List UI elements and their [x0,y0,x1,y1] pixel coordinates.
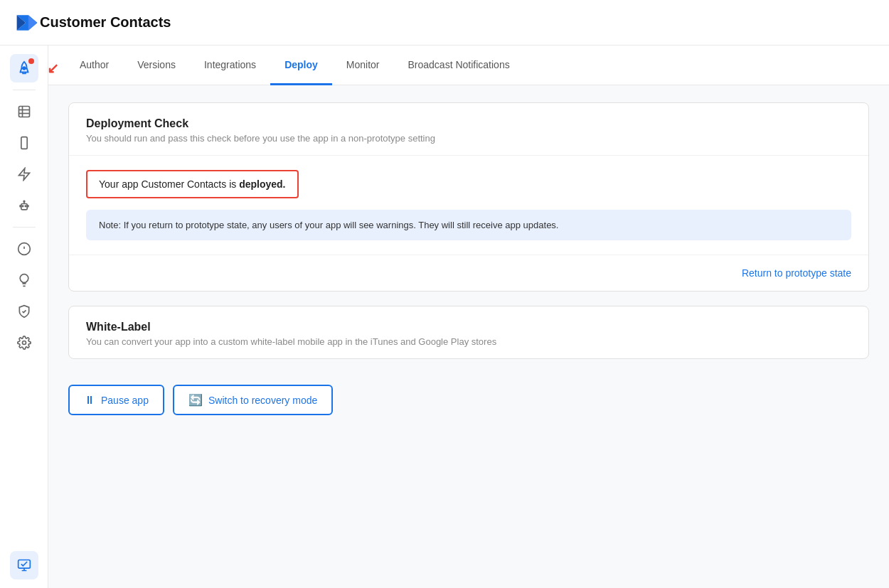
status-text-bold: deployed. [239,178,285,190]
svg-rect-4 [18,107,29,117]
status-text-prefix: Your app Customer Contacts is [99,178,239,190]
sidebar-item-table[interactable] [10,97,38,126]
table-icon [17,105,31,119]
deployment-status-box: Your app Customer Contacts is deployed. [86,170,299,198]
white-label-header: White-Label You can convert your app int… [69,306,868,358]
svg-point-13 [25,205,26,207]
sidebar-item-deploy[interactable]: ↙ [10,54,38,82]
preview-icon [17,558,31,572]
arrow-indicator: ↙ [47,60,59,77]
pause-icon: ⏸ [84,394,95,407]
recovery-mode-label: Switch to recovery mode [208,395,317,406]
svg-rect-8 [21,137,26,149]
main-content: Author Versions Integrations Deploy Moni… [48,46,889,588]
tab-author[interactable]: Author [65,46,123,85]
app-logo [14,10,40,36]
tab-bar: Author Versions Integrations Deploy Moni… [48,46,889,85]
bottom-buttons: ⏸ Pause app 🔄 Switch to recovery mode [68,373,869,415]
recovery-icon: 🔄 [188,393,203,407]
white-label-subtitle: You can convert your app into a custom w… [86,336,851,347]
sidebar-item-lightbulb[interactable] [10,266,38,294]
white-label-card: White-Label You can convert your app int… [68,306,869,359]
sidebar-divider-2 [13,227,36,228]
sidebar-item-alert[interactable] [10,235,38,263]
header: Customer Contacts [0,0,889,46]
gear-icon [17,336,31,350]
mobile-icon [17,136,31,150]
content-area: Deployment Check You should run and pass… [48,85,889,588]
sidebar-item-mobile[interactable] [10,129,38,157]
sidebar-item-robot[interactable] [10,191,38,220]
deployment-check-title: Deployment Check [86,117,851,130]
prototype-note: Note: If you return to prototype state, … [86,210,851,240]
shield-icon [17,304,31,319]
sidebar-item-shield[interactable] [10,297,38,326]
return-link-row: Return to prototype state [69,255,868,291]
page-title: Customer Contacts [40,14,171,31]
alert-icon [17,242,31,256]
deployment-check-header: Deployment Check You should run and pass… [69,103,868,156]
recovery-mode-button[interactable]: 🔄 Switch to recovery mode [173,385,333,415]
svg-point-18 [22,341,26,345]
tab-monitor[interactable]: Monitor [332,46,394,85]
main-layout: ↙ [0,46,889,588]
svg-marker-10 [18,169,29,181]
svg-marker-2 [28,15,38,31]
lightbulb-icon [17,273,31,287]
svg-point-14 [23,201,25,202]
pause-app-label: Pause app [101,395,149,406]
return-to-prototype-link[interactable]: Return to prototype state [742,267,851,279]
sidebar-item-settings[interactable] [10,328,38,357]
deployment-check-body: Your app Customer Contacts is deployed. … [69,156,868,255]
sidebar-item-bolt[interactable] [10,160,38,188]
sidebar-divider-1 [13,90,36,90]
tab-deploy[interactable]: Deploy [270,46,332,85]
robot-icon [17,198,31,213]
sidebar: ↙ [0,46,48,588]
svg-point-12 [22,205,23,207]
pause-app-button[interactable]: ⏸ Pause app [68,385,164,415]
tab-versions[interactable]: Versions [123,46,190,85]
tab-integrations[interactable]: Integrations [190,46,270,85]
sidebar-item-preview[interactable] [10,551,38,579]
bolt-icon [17,167,31,181]
deployment-check-subtitle: You should run and pass this check befor… [86,133,851,144]
tab-broadcast[interactable]: Broadcast Notifications [394,46,524,85]
notification-dot [28,58,34,64]
deployment-check-card: Deployment Check You should run and pass… [68,102,869,292]
white-label-title: White-Label [86,321,851,333]
